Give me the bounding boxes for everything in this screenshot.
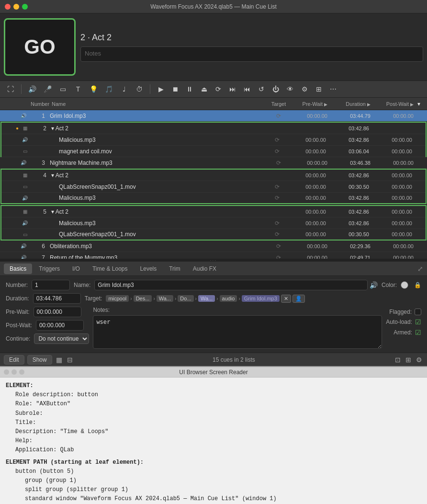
grid-button[interactable]: ⊞ bbox=[312, 83, 326, 95]
table-row[interactable]: ▭ magnet and coil.mov ⟳ 00:00.00 03:06.0… bbox=[1, 146, 426, 157]
toolbar-sep-2 bbox=[150, 84, 150, 94]
col-prewait-header[interactable]: Pre-Wait ▶ bbox=[288, 101, 331, 107]
tab-io[interactable]: I/O bbox=[67, 263, 86, 274]
breadcrumb-item[interactable]: Des... bbox=[134, 295, 152, 302]
video-cue-button[interactable]: ▭ bbox=[56, 83, 69, 95]
tab-triggers[interactable]: Triggers bbox=[33, 263, 66, 274]
minimize-button[interactable] bbox=[13, 4, 19, 10]
tab-basics[interactable]: Basics bbox=[4, 263, 32, 274]
number-field[interactable]: 1 bbox=[32, 280, 70, 290]
table-row[interactable]: ● ▦ 2 ▾ Act 2 03:42.86 bbox=[1, 123, 426, 134]
table-row[interactable]: 🔊 Malicious.mp3 ⟳ 00:00.00 03:42.86 00:0… bbox=[1, 218, 426, 229]
flagged-checkbox[interactable] bbox=[415, 309, 421, 315]
expand-button[interactable]: ⊞ bbox=[405, 355, 412, 365]
table-row[interactable]: 🔊 Malicious.mp3 ⟳ 00:00.00 03:42.86 00:0… bbox=[1, 193, 426, 204]
speaker-icon: 🔊 bbox=[20, 113, 27, 119]
table-row[interactable]: 🔊 Malicious.mp3 ⟳ 00:00.00 03:42.86 00:0… bbox=[1, 134, 426, 146]
expand-inspector-button[interactable]: ⤢ bbox=[417, 265, 423, 273]
header-notes-field[interactable]: Notes bbox=[80, 46, 423, 62]
tab-time-loops[interactable]: Time & Loops bbox=[87, 263, 134, 274]
collapse-button[interactable]: ⊡ bbox=[394, 355, 402, 365]
more-button[interactable]: ⋯ bbox=[326, 83, 340, 95]
edit-button[interactable]: Edit bbox=[4, 355, 24, 365]
col-target-header[interactable]: Target bbox=[269, 101, 288, 107]
breadcrumb-item[interactable]: micpool bbox=[106, 295, 129, 302]
table-row[interactable]: 🔊 3 Nightmare Machine.mp3 ⟳ 00:00.00 03:… bbox=[0, 157, 427, 169]
mic-cue-button[interactable]: 🎤 bbox=[41, 83, 54, 95]
breadcrumb-item[interactable]: Wa... bbox=[198, 295, 215, 302]
color-swatch[interactable] bbox=[401, 281, 408, 289]
col-name-header[interactable]: Name bbox=[48, 101, 269, 107]
table-row[interactable]: ▭ QLabScreenSnapz001_1.mov ⟳ 00:00.00 00… bbox=[1, 229, 426, 241]
speaker-icon: 🔊 bbox=[20, 160, 27, 166]
maximize-button[interactable] bbox=[22, 4, 28, 10]
tab-trim[interactable]: Trim bbox=[163, 263, 186, 274]
music-cue-button[interactable]: ♩ bbox=[117, 83, 131, 95]
col-postwait-header[interactable]: Post-Wait ▶ bbox=[374, 101, 417, 107]
pause-button[interactable]: ⏸ bbox=[183, 83, 196, 95]
settings-cog-button[interactable]: ⚙ bbox=[415, 355, 423, 365]
cue-name: ▾ Act 2 bbox=[49, 172, 268, 179]
table-row[interactable]: 🔊 6 Obliteration.mp3 ⟳ 00:00.00 02:29.36… bbox=[0, 241, 427, 252]
col-duration-header[interactable]: Duration ▶ bbox=[331, 101, 374, 107]
breadcrumb-item[interactable]: Do... bbox=[178, 295, 193, 302]
target-person-button[interactable]: 👤 bbox=[292, 295, 305, 303]
loop-button[interactable]: ↺ bbox=[255, 83, 268, 95]
lock-icon[interactable]: 🔒 bbox=[414, 282, 421, 288]
stop-all-button[interactable]: ⏏ bbox=[197, 83, 211, 95]
cue-prewait: 00:00.00 bbox=[287, 137, 330, 143]
autoload-checkbox[interactable]: ☑ bbox=[415, 318, 421, 326]
toolbar-sep-1 bbox=[21, 84, 22, 94]
go-button[interactable]: GO bbox=[4, 18, 76, 76]
ui-wc-close[interactable] bbox=[4, 369, 9, 375]
continue-dropdown[interactable]: Do not continue Auto-continue Auto-follo… bbox=[34, 333, 89, 344]
clear-target-button[interactable]: ✕ bbox=[281, 295, 291, 303]
table-row[interactable]: ▦ 4 ▾ Act 2 00:00.00 03:42.86 00:00.00 bbox=[1, 170, 426, 181]
audio-cue-button[interactable]: 🔊 bbox=[25, 83, 39, 95]
rewind-button[interactable]: ⟳ bbox=[212, 83, 225, 95]
col-number-header[interactable]: Number bbox=[29, 101, 48, 107]
table-row[interactable]: ▦ 5 ▾ Act 2 00:00.00 03:42.86 00:00.00 bbox=[1, 206, 426, 218]
breadcrumb-item[interactable]: audio bbox=[220, 295, 237, 302]
play-button[interactable]: ▶ bbox=[154, 83, 168, 95]
cue-list-button[interactable]: ▦ bbox=[55, 355, 63, 365]
armed-checkbox[interactable]: ☑ bbox=[415, 329, 421, 336]
clock-cue-button[interactable]: ⏱ bbox=[133, 83, 146, 95]
panic-button[interactable]: ⏻ bbox=[269, 83, 282, 95]
settings-button[interactable]: ⚙ bbox=[298, 83, 311, 95]
close-button[interactable] bbox=[5, 4, 11, 10]
cue-postwait: 00:00.00 bbox=[373, 172, 416, 178]
breadcrumb-item[interactable]: Wa... bbox=[157, 295, 173, 302]
text-cue-button[interactable]: T bbox=[71, 83, 85, 95]
skip-back-button[interactable]: ⏮ bbox=[240, 83, 254, 95]
stop-button[interactable]: ⏹ bbox=[169, 83, 182, 95]
cue-row-icons: 🔊 bbox=[1, 195, 30, 201]
title-bar: Waveform Focus AX 2024.qlab5 — Main Cue … bbox=[0, 0, 427, 13]
ui-wc-max[interactable] bbox=[19, 369, 24, 375]
window-controls bbox=[5, 4, 28, 10]
overview-button[interactable]: ⊟ bbox=[66, 355, 74, 365]
notes-textarea[interactable]: wser bbox=[93, 315, 382, 349]
tab-levels[interactable]: Levels bbox=[135, 263, 163, 274]
table-row[interactable]: 🔊 1 Grim Idol.mp3 ⟳ 00:00.00 03:44.79 00… bbox=[0, 110, 427, 122]
duration-field[interactable]: 03:44.786 bbox=[33, 293, 81, 304]
preview-button[interactable]: 👁 bbox=[283, 83, 297, 95]
show-button[interactable]: Show bbox=[27, 355, 52, 365]
cue-number: 7 bbox=[29, 254, 48, 259]
midi-cue-button[interactable]: 🎵 bbox=[102, 83, 115, 95]
cue-list[interactable]: 🔊 1 Grim Idol.mp3 ⟳ 00:00.00 03:44.79 00… bbox=[0, 110, 427, 259]
light-cue-button[interactable]: 💡 bbox=[87, 83, 100, 95]
breadcrumb-file[interactable]: Grim Idol.mp3 bbox=[242, 295, 280, 302]
cue-duration: 03:42.86 bbox=[330, 172, 373, 178]
skip-forward-button[interactable]: ⏭ bbox=[226, 83, 239, 95]
prewait-field[interactable]: 00:00.000 bbox=[34, 307, 81, 317]
fullscreen-button[interactable]: ⛶ bbox=[4, 83, 17, 95]
postwait-field[interactable]: 00:00.000 bbox=[36, 320, 84, 331]
ui-wc-min[interactable] bbox=[11, 369, 17, 375]
table-row[interactable]: ▭ QLabScreenSnapz001_1.mov ⟳ 00:00.00 00… bbox=[1, 181, 426, 193]
tab-audio-fx[interactable]: Audio FX bbox=[187, 263, 222, 274]
cue-number: 4 bbox=[30, 172, 49, 179]
cue-target: ⟳ bbox=[268, 231, 287, 238]
cue-prewait: 00:00.00 bbox=[287, 172, 330, 178]
name-input[interactable] bbox=[94, 280, 368, 290]
